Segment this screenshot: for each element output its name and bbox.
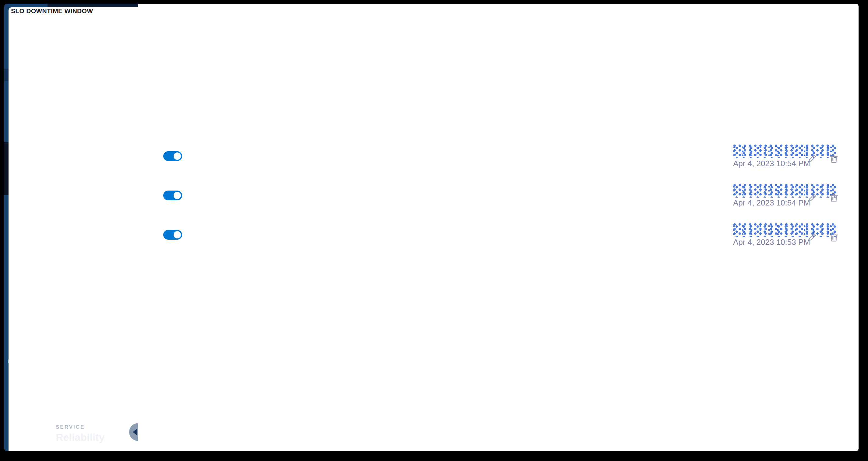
edit-icon[interactable]	[808, 233, 817, 242]
delete-icon[interactable]	[830, 193, 838, 203]
last-modified-cell: Apr 4, 2023 10:54 PM	[731, 144, 847, 168]
status-toggle[interactable]	[163, 151, 182, 161]
module-footer-bottom: Reliability	[56, 431, 105, 443]
module-footer-top: SERVICE	[56, 424, 105, 430]
delete-icon[interactable]	[830, 232, 838, 242]
status-toggle[interactable]	[163, 230, 182, 240]
table-header-row: STATUS DOWNTIME NAME SLO DOWNTIME WINDOW…	[155, 116, 847, 131]
chevron-left-icon	[133, 429, 137, 435]
delete-icon[interactable]	[830, 154, 838, 164]
last-modified-cell: Apr 4, 2023 10:53 PM	[731, 223, 847, 247]
edit-icon[interactable]	[808, 154, 817, 163]
last-modified-cell: Apr 4, 2023 10:54 PM	[731, 183, 847, 208]
status-toggle[interactable]	[163, 191, 182, 200]
main-content: DowntimeDemo SLO Downtime Downtime Histo…	[138, 4, 859, 451]
module-footer: SERVICE Reliability	[56, 424, 105, 443]
edit-icon[interactable]	[808, 193, 817, 202]
app-window: Home Projects	[4, 4, 859, 451]
